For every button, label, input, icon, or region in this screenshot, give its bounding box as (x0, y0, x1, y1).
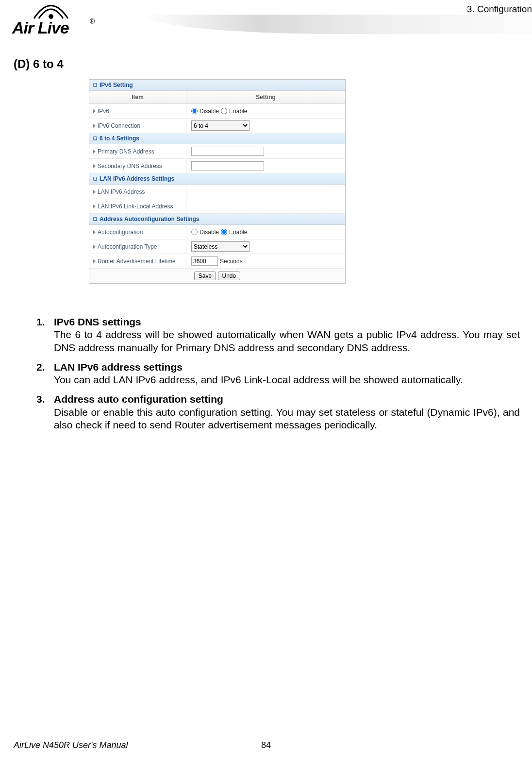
config-screenshot: ❑ IPv6 Setting Item Setting IPv6 Disable… (89, 79, 346, 284)
list-item: 1.IPv6 DNS settings The 6 to 4 address w… (36, 316, 520, 354)
unit-label: Seconds (220, 258, 243, 265)
item-title: IPv6 DNS settings (54, 316, 141, 327)
enable-label: Enable (229, 108, 247, 115)
bullet-icon (93, 230, 96, 234)
item-text: Disable or enable this auto configuratio… (54, 406, 520, 432)
comment-icon: ❑ (93, 83, 97, 87)
col-item: Item (89, 91, 186, 103)
row-primary-dns: Primary DNS Address (89, 144, 345, 159)
logo: Air Live ® (12, 0, 109, 44)
body-text: 1.IPv6 DNS settings The 6 to 4 address w… (36, 316, 520, 438)
item-number: 2. (36, 361, 54, 374)
disable-label: Disable (200, 229, 219, 236)
comment-icon: ❑ (93, 136, 97, 141)
ipv6-enable-radio[interactable] (221, 108, 227, 114)
disable-label: Disable (200, 108, 219, 115)
router-adv-lifetime-input[interactable] (191, 256, 218, 266)
button-row: Save Undo (89, 269, 345, 283)
bullet-icon (93, 190, 96, 194)
section-heading: (D) 6 to 4 (14, 57, 64, 71)
label: Router Advertisement Lifetime (98, 258, 176, 265)
footer-page-number: 84 (261, 740, 271, 750)
section-title: LAN IPv6 Address Settings (100, 175, 174, 182)
logo-text: Air Live (12, 18, 69, 37)
bullet-icon (93, 124, 96, 128)
section-6to4: ❑ 6 to 4 Settings (89, 133, 345, 144)
item-text: The 6 to 4 address will be showed automa… (54, 328, 520, 354)
list-item: 3.Address auto configuration setting Dis… (36, 393, 520, 431)
section-title: IPv6 Setting (100, 82, 133, 88)
section-title: 6 to 4 Settings (100, 135, 139, 142)
section-ipv6-setting: ❑ IPv6 Setting (89, 80, 345, 91)
autoconf-disable-radio[interactable] (191, 229, 198, 235)
section-autoconf: ❑ Address Autoconfiguration Settings (89, 214, 345, 225)
header-decorative-swoosh (144, 15, 532, 34)
label: Autoconfiguration Type (98, 243, 157, 250)
comment-icon: ❑ (93, 217, 97, 221)
row-autoconfiguration: Autoconfiguration Disable Enable (89, 225, 345, 239)
logo-signal-icon (29, 0, 73, 19)
row-lan-ipv6-addr: LAN IPv6 Address (89, 185, 345, 199)
ipv6-disable-radio[interactable] (191, 108, 198, 114)
autoconf-enable-radio[interactable] (221, 229, 227, 235)
row-router-adv: Router Advertisement Lifetime Seconds (89, 254, 345, 269)
logo-registered: ® (90, 17, 95, 25)
autoconf-type-select[interactable]: Stateless (191, 241, 249, 252)
primary-dns-input[interactable] (191, 147, 264, 156)
label: Secondary DNS Address (98, 163, 162, 170)
bullet-icon (93, 150, 96, 153)
bullet-icon (93, 164, 96, 168)
item-text: You can add LAN IPv6 address, and IPv6 L… (54, 374, 520, 386)
undo-button[interactable]: Undo (218, 272, 241, 280)
secondary-dns-input[interactable] (191, 161, 264, 170)
bullet-icon (93, 109, 96, 113)
bullet-icon (93, 245, 96, 249)
comment-icon: ❑ (93, 176, 97, 181)
row-lan-link-local: LAN IPv6 Link-Local Address (89, 199, 345, 214)
table-header: Item Setting (89, 91, 345, 104)
label: IPv6 Connection (98, 122, 140, 129)
label: LAN IPv6 Address (98, 188, 145, 195)
row-autoconf-type: Autoconfiguration Type Stateless (89, 239, 345, 254)
save-button[interactable]: Save (194, 272, 216, 280)
label: Primary DNS Address (98, 148, 154, 155)
bullet-icon (93, 259, 96, 263)
section-lan-ipv6: ❑ LAN IPv6 Address Settings (89, 173, 345, 185)
item-title: Address auto configuration setting (54, 393, 223, 405)
row-secondary-dns: Secondary DNS Address (89, 159, 345, 173)
row-ipv6: IPv6 Disable Enable (89, 104, 345, 119)
row-ipv6-connection: IPv6 Connection 6 to 4 (89, 119, 345, 133)
item-number: 1. (36, 316, 54, 328)
label: Autoconfiguration (98, 229, 143, 236)
col-setting: Setting (186, 91, 345, 103)
item-title: LAN IPv6 address settings (54, 361, 183, 373)
list-item: 2.LAN IPv6 address settings You can add … (36, 361, 520, 387)
label: LAN IPv6 Link-Local Address (98, 203, 173, 210)
footer-manual-title: AirLive N450R User's Manual (14, 740, 128, 750)
item-number: 3. (36, 393, 54, 406)
enable-label: Enable (229, 229, 247, 236)
bullet-icon (93, 204, 96, 208)
ipv6-connection-select[interactable]: 6 to 4 (191, 120, 249, 131)
chapter-label: 3. Configuration (467, 4, 532, 15)
label: IPv6 (98, 108, 109, 115)
section-title: Address Autoconfiguration Settings (100, 216, 200, 222)
